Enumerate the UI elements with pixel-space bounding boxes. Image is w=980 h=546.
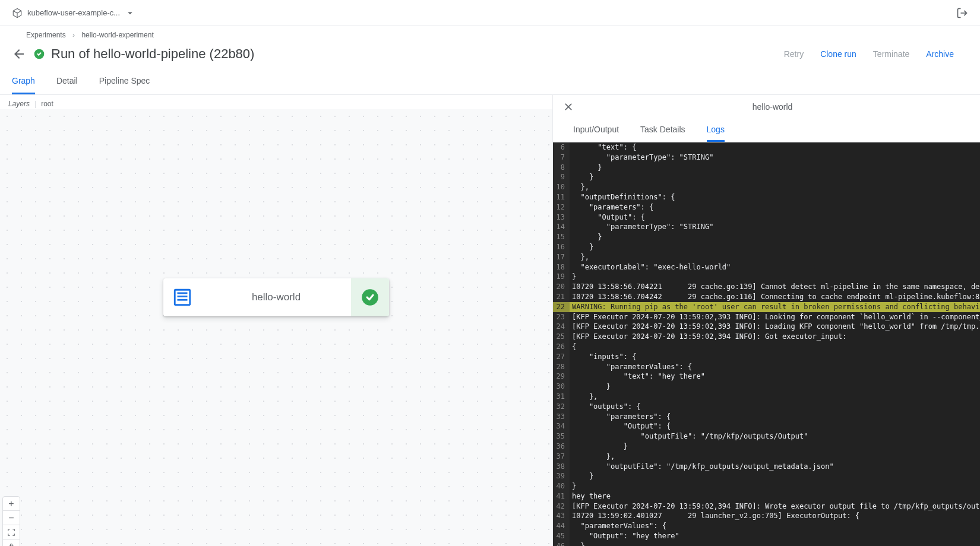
logs-viewer[interactable]: 6 "text": {7 "parameterType": "STRING"8 …	[553, 142, 980, 546]
log-line: 24[KFP Executor 2024-07-20 13:59:02,393 …	[553, 322, 980, 332]
side-panel-tabs: Input/Output Task Details Logs	[553, 119, 980, 142]
log-line: 31 },	[553, 392, 980, 402]
namespace-selector[interactable]: kubeflow-user-example-c...	[12, 8, 135, 18]
tab-pipeline-spec[interactable]: Pipeline Spec	[99, 69, 150, 94]
titlebar: Run of hello-world-pipeline (22b80) Retr…	[0, 44, 980, 69]
log-line: 39 }	[553, 471, 980, 481]
log-line: 25[KFP Executor 2024-07-20 13:59:02,394 …	[553, 332, 980, 342]
log-line: 32 "outputs": {	[553, 402, 980, 412]
graph-area: Layers | root hello-world + −	[0, 95, 552, 546]
log-line: 44 "parameterValues": {	[553, 521, 980, 531]
log-line: 22WARNING: Running pip as the 'root' use…	[553, 302, 980, 312]
zoom-in-button[interactable]: +	[3, 497, 20, 511]
archive-button[interactable]: Archive	[926, 49, 954, 59]
log-line: 23[KFP Executor 2024-07-20 13:59:02,393 …	[553, 312, 980, 322]
zoom-lock-button[interactable]	[3, 539, 20, 546]
zoom-controls: + −	[2, 496, 20, 546]
log-line: 21I0720 13:58:56.704242 29 cache.go:116]…	[553, 292, 980, 302]
action-bar: Retry Clone run Terminate Archive	[784, 49, 954, 59]
log-line: 41hey there	[553, 491, 980, 501]
side-panel: hello-world Input/Output Task Details Lo…	[552, 95, 980, 546]
close-icon[interactable]	[562, 101, 574, 113]
log-line: 29 "text": "hey there"	[553, 372, 980, 382]
node-hello-world[interactable]: hello-world	[163, 278, 389, 316]
logout-icon[interactable]	[956, 7, 968, 19]
breadcrumb: Experiments › hello-world-experiment	[0, 26, 980, 44]
graph-canvas[interactable]: hello-world + −	[0, 109, 552, 546]
log-line: 30 }	[553, 382, 980, 392]
log-line: 38 "outputFile": "/tmp/kfp_outputs/outpu…	[553, 462, 980, 472]
layers-label: Layers	[8, 100, 30, 108]
svg-rect-3	[178, 296, 188, 297]
zoom-fit-button[interactable]	[3, 525, 20, 539]
log-line: 15 }	[553, 232, 980, 242]
tab-task-details[interactable]: Task Details	[640, 119, 685, 142]
log-line: 11 "outputDefinitions": {	[553, 192, 980, 202]
log-line: 35 "outputFile": "/tmp/kfp/outputs/Outpu…	[553, 431, 980, 442]
tab-detail[interactable]: Detail	[56, 69, 78, 94]
log-line: 10 },	[553, 182, 980, 192]
layers-path[interactable]: root	[41, 100, 53, 108]
namespace-label: kubeflow-user-example-c...	[27, 8, 120, 17]
workspace: Layers | root hello-world + −	[0, 95, 980, 546]
main-tabs: Graph Detail Pipeline Spec	[0, 69, 980, 95]
page-title: Run of hello-world-pipeline (22b80)	[51, 46, 784, 62]
log-line: 33 "parameters": {	[553, 412, 980, 422]
log-line: 19}	[553, 272, 980, 282]
log-line: 7 "parameterType": "STRING"	[553, 153, 980, 163]
log-line: 43I0720 13:59:02.401027 29 launcher_v2.g…	[553, 511, 980, 521]
log-line: 42[KFP Executor 2024-07-20 13:59:02,394 …	[553, 501, 980, 512]
log-line: 18 "executorLabel": "exec-hello-world"	[553, 262, 980, 272]
cube-icon	[12, 8, 23, 18]
tab-graph[interactable]: Graph	[12, 69, 35, 94]
svg-rect-4	[178, 299, 188, 301]
tab-logs[interactable]: Logs	[707, 119, 725, 142]
breadcrumb-experiments[interactable]: Experiments	[26, 31, 66, 39]
node-status-icon	[351, 278, 389, 316]
log-line: 26{	[553, 342, 980, 352]
svg-rect-2	[178, 292, 188, 294]
side-panel-header: hello-world	[553, 95, 980, 119]
log-line: 34 "Output": {	[553, 421, 980, 431]
tab-input-output[interactable]: Input/Output	[573, 119, 619, 142]
log-line: 45 "Output": "hey there"	[553, 531, 980, 541]
log-line: 12 "parameters": {	[553, 202, 980, 212]
log-line: 6 "text": {	[553, 142, 980, 153]
clone-run-button[interactable]: Clone run	[820, 49, 856, 59]
log-line: 9 }	[553, 172, 980, 182]
log-line: 37 },	[553, 452, 980, 462]
node-label: hello-world	[201, 291, 351, 303]
topbar: kubeflow-user-example-c...	[0, 0, 980, 26]
log-line: 17 },	[553, 252, 980, 262]
log-line: 16 }	[553, 242, 980, 252]
log-line: 27 "inputs": {	[553, 352, 980, 362]
breadcrumb-experiment[interactable]: hello-world-experiment	[81, 31, 153, 39]
node-type-icon	[163, 287, 201, 307]
chevron-right-icon: ›	[72, 31, 75, 39]
log-line: 20I0720 13:58:56.704221 29 cache.go:139]…	[553, 282, 980, 292]
log-line: 13 "Output": {	[553, 212, 980, 223]
status-success-icon	[33, 48, 45, 60]
back-arrow-icon[interactable]	[12, 47, 26, 61]
log-line: 36 }	[553, 442, 980, 452]
side-panel-title: hello-world	[574, 102, 970, 112]
log-line: 46 }	[553, 541, 980, 546]
zoom-out-button[interactable]: −	[3, 511, 20, 525]
log-line: 8 }	[553, 163, 980, 173]
terminate-button: Terminate	[873, 49, 909, 59]
log-line: 14 "parameterType": "STRING"	[553, 222, 980, 232]
log-line: 28 "parameterValues": {	[553, 362, 980, 372]
retry-button: Retry	[784, 49, 804, 59]
log-line: 40}	[553, 481, 980, 491]
chevron-down-icon	[125, 8, 135, 18]
